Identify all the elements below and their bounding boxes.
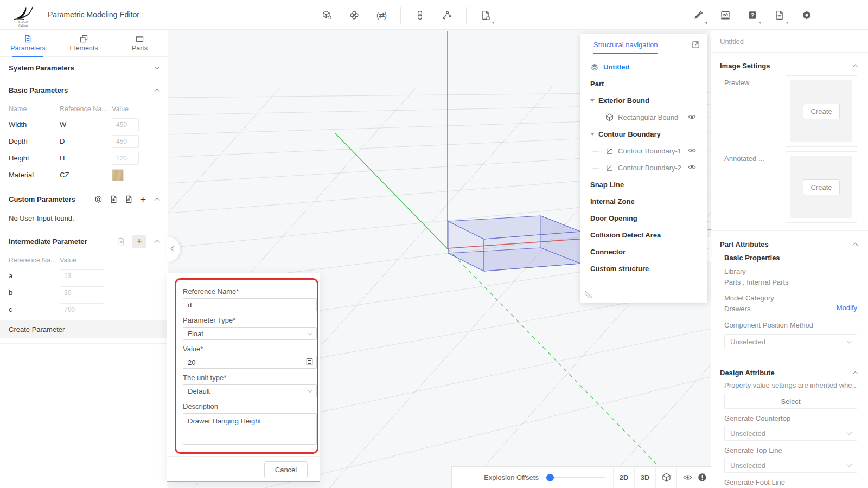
basic-parameters-header[interactable]: Basic Parameters — [9, 79, 159, 101]
slider-handle[interactable] — [546, 474, 554, 481]
annotated-row: Annotated ... Create — [720, 151, 857, 223]
edit-button[interactable] — [693, 10, 704, 21]
tree-item-untitled[interactable]: Untitled — [580, 59, 707, 75]
structure-tree: Untitled Part Exterior Bound Rectangular… — [580, 54, 707, 277]
depth-value-input[interactable] — [112, 135, 139, 148]
select-value: Unselected — [730, 338, 847, 346]
intermediate-parameter-header[interactable]: Intermediate Parameter + — [9, 230, 159, 252]
inherit-select-button[interactable]: Select — [724, 394, 857, 409]
import-marked-icon[interactable] — [125, 195, 133, 203]
table-row: c — [9, 301, 159, 318]
visibility-toggle[interactable] — [688, 163, 700, 173]
explosion-offsets-slider[interactable] — [545, 477, 605, 478]
param-a-value-input[interactable] — [60, 269, 104, 282]
settings-button[interactable] — [801, 10, 812, 21]
document-export-button[interactable] — [480, 10, 491, 21]
tree-item-collision-detect-area[interactable]: Collision Detect Area — [580, 227, 707, 243]
import-starred-icon[interactable] — [110, 195, 118, 203]
help-button[interactable] — [747, 10, 758, 21]
material-swatch[interactable] — [112, 169, 124, 181]
model-library-button[interactable] — [322, 10, 333, 21]
swap-axes-button[interactable]: (⇄) — [376, 10, 387, 21]
collapse-caret-icon[interactable] — [590, 133, 595, 136]
cancel-button[interactable]: Cancel — [264, 461, 308, 478]
expand-panel-button[interactable] — [692, 41, 700, 50]
eye-icon — [688, 113, 696, 121]
create-preview-button[interactable]: Create — [803, 104, 839, 119]
param-ref: H — [60, 154, 112, 162]
visibility-toggle[interactable] — [688, 113, 700, 123]
column-header-name: Name — [9, 105, 60, 113]
tree-item-exterior-bound[interactable]: Exterior Bound — [580, 92, 707, 109]
generate-countertop-select[interactable]: Unselected — [724, 426, 857, 441]
tree-item-label: Collision Detect Area — [590, 231, 661, 239]
height-value-input[interactable] — [112, 152, 139, 165]
add-parameter-button[interactable]: + — [140, 194, 146, 204]
reference-name-input[interactable] — [183, 298, 317, 311]
tree-item-snap-line[interactable]: Snap Line — [580, 176, 707, 193]
calculator-icon[interactable] — [305, 358, 314, 366]
view-3d-label: 3D — [641, 473, 650, 481]
tree-item-rectangular-bound[interactable]: Rectangular Bound — [580, 109, 707, 126]
chevron-up-icon[interactable] — [155, 240, 160, 245]
value-input[interactable] — [183, 356, 317, 369]
parameter-type-select[interactable]: Float — [183, 327, 317, 340]
add-intermediate-parameter-button[interactable]: + — [132, 235, 146, 248]
section-title: Intermediate Parameter — [9, 237, 87, 246]
create-annotated-button[interactable]: Create — [803, 179, 839, 195]
tree-item-contour-boundary[interactable]: Contour Boundary — [580, 126, 707, 143]
collapse-caret-icon[interactable] — [590, 99, 595, 102]
tree-item-custom-structure[interactable]: Custom structure — [580, 260, 707, 277]
view-3d-button[interactable]: 3D — [634, 467, 655, 488]
tree-item-contour-boundary-1[interactable]: Contour Boundary-1 — [580, 143, 707, 159]
create-parameter-row[interactable]: Create Parameter — [0, 320, 168, 338]
tree-item-connector[interactable]: Connector — [580, 243, 707, 260]
bottom-bar-spacer — [452, 467, 476, 488]
connect-nodes-button[interactable] — [442, 10, 452, 21]
column-header-ref: Reference Na... — [60, 105, 112, 113]
import-starred-icon[interactable] — [117, 237, 125, 246]
pattern-knot-button[interactable] — [349, 10, 360, 21]
position-method-select[interactable]: Unselected — [724, 334, 857, 349]
image-settings-header[interactable]: Image Settings — [720, 59, 857, 72]
visibility-toggle[interactable] — [688, 146, 700, 156]
design-attribute-header[interactable]: Design Attribute — [720, 366, 857, 379]
param-b-value-input[interactable] — [60, 286, 104, 299]
preview-label: Preview — [720, 75, 786, 147]
basic-parameters-section: Basic Parameters Name Reference Na... Va… — [0, 79, 168, 188]
document-button[interactable] — [774, 10, 785, 21]
tab-parameters[interactable]: Parameters — [0, 30, 56, 56]
description-textarea[interactable]: Drawer Hanging Height — [183, 413, 317, 445]
generate-top-line-select[interactable]: Unselected — [724, 458, 857, 473]
unit-type-select[interactable]: Default — [183, 384, 317, 397]
solid-view-button[interactable] — [655, 467, 676, 488]
image-settings-section: Image Settings Preview Create Annotated … — [711, 53, 868, 231]
tree-item-contour-boundary-2[interactable]: Contour Boundary-2 — [580, 159, 707, 176]
tree-item-part[interactable]: Part — [580, 75, 707, 92]
panel-resize-handle[interactable] — [584, 290, 593, 299]
visibility-button[interactable] — [676, 467, 698, 488]
eye-icon — [683, 473, 692, 482]
width-value-input[interactable] — [112, 118, 139, 131]
tree-item-internal-zone[interactable]: Internal Zone — [580, 193, 707, 210]
tab-elements[interactable]: Elements — [56, 30, 112, 56]
chevron-up-icon[interactable] — [155, 197, 160, 203]
custom-parameters-header[interactable]: Custom Parameters + — [9, 188, 159, 210]
nut-icon[interactable] — [94, 195, 103, 203]
system-parameters-header[interactable]: System Parameters — [9, 57, 159, 79]
param-c-value-input[interactable] — [60, 303, 104, 316]
modify-link[interactable]: Modify — [837, 304, 857, 312]
tab-parts[interactable]: Parts — [112, 30, 168, 56]
link-button[interactable] — [414, 10, 425, 21]
warnings-button[interactable] — [698, 467, 711, 488]
view-2d-button[interactable]: 2D — [613, 467, 634, 488]
activity-chart-button[interactable] — [720, 10, 731, 21]
panel-tabs: Parameters Elements Parts — [0, 30, 168, 57]
part-attributes-header[interactable]: Part Attributes — [720, 237, 857, 251]
tree-item-label: Contour Boundary-2 — [618, 164, 681, 172]
generate-countertop-label: Generate Countertop — [720, 414, 857, 422]
attributes-panel: Untitled Image Settings Preview Create A… — [711, 30, 868, 488]
chevron-down-icon — [155, 65, 160, 70]
structural-navigation-tab[interactable]: Structural navigation — [593, 41, 658, 54]
tree-item-door-opening[interactable]: Door Opening — [580, 210, 707, 227]
